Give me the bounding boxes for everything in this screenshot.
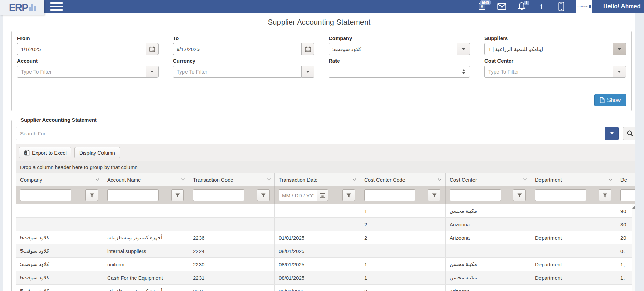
filter-funnel-button-department[interactable] <box>599 189 611 201</box>
top-navbar: A ENG 1 i CLOUDSOFT Hello! Ahmed <box>0 0 644 13</box>
cell-transaction_date <box>275 218 360 231</box>
table-row[interactable]: 2Arizoona30 <box>16 218 635 231</box>
filter-input-cost_center_code[interactable] <box>364 189 415 201</box>
cell-cost_center: مكينة محسن <box>446 271 531 284</box>
cell-account_name: Cash For the Equipment <box>103 271 189 284</box>
filter-input-company[interactable] <box>20 189 71 201</box>
cost-center-dropdown-icon[interactable] <box>613 66 626 78</box>
to-calendar-icon[interactable] <box>301 43 314 55</box>
search-dropdown-button[interactable] <box>605 127 619 140</box>
mail-icon[interactable] <box>497 2 507 11</box>
column-header-cost_center[interactable]: Cost Center <box>446 173 531 186</box>
filter-input-transaction_date[interactable] <box>279 189 317 201</box>
info-icon[interactable]: i <box>537 2 546 11</box>
field-to: To <box>173 35 314 55</box>
account-dropdown-icon[interactable] <box>146 66 159 78</box>
app-logo[interactable]: ERP <box>0 0 44 15</box>
filter-funnel-button-cost_center[interactable] <box>513 189 526 201</box>
from-date-input[interactable] <box>17 43 146 55</box>
filter-cell-transaction_date <box>275 186 360 204</box>
filter-input-transaction_code[interactable] <box>193 189 244 201</box>
filter-funnel-button-account_name[interactable] <box>171 189 184 201</box>
column-header-debit[interactable]: De <box>616 173 635 186</box>
field-currency: Currency <box>173 57 314 78</box>
field-suppliers: Suppliers <box>484 35 626 55</box>
export-to-excel-button[interactable]: x Export to Excel <box>19 147 71 158</box>
table-row[interactable]: كلاود سوفت5internal suppliers222408/01/2… <box>16 244 635 258</box>
cell-transaction_date: 08/01/2025 <box>275 258 360 271</box>
cell-transaction_code: 2246 <box>189 285 275 291</box>
excel-icon: x <box>24 150 30 156</box>
column-header-company[interactable]: Company <box>16 173 103 186</box>
company-label: Company <box>329 35 470 41</box>
cell-transaction_code: 2236 <box>189 231 275 244</box>
currency-dropdown-icon[interactable] <box>301 66 314 78</box>
filter-funnel-button-company[interactable] <box>85 189 98 201</box>
field-rate: Rate <box>329 57 470 78</box>
column-header-department[interactable]: Department <box>531 173 616 186</box>
table-row[interactable]: كلاود سوفت5أجهزة كمبيوتر ومستلزماته22460… <box>16 285 635 291</box>
table-row[interactable]: كلاود سوفت5أجهزة كمبيوتر ومستلزماته22360… <box>16 231 635 244</box>
filter-funnel-button-transaction_date[interactable] <box>342 189 355 201</box>
cell-cost_center: مكينة محسن <box>446 204 531 217</box>
mini-logo-square <box>589 5 591 8</box>
filter-input-debit[interactable] <box>620 189 635 201</box>
filter-funnel-icon <box>346 193 351 198</box>
table-row[interactable]: كلاود سوفت5uniform223008/01/20251مكينة م… <box>16 258 635 271</box>
rate-spinner[interactable] <box>457 66 470 78</box>
cell-transaction_code: 2224 <box>189 244 275 257</box>
rate-input[interactable] <box>329 66 457 78</box>
company-dropdown-icon[interactable] <box>457 43 470 55</box>
cell-cost_center <box>446 244 531 257</box>
filter-calendar-button[interactable] <box>317 189 328 201</box>
filter-cell-department <box>531 186 616 204</box>
logo-bars-icon <box>29 4 36 11</box>
filter-funnel-button-transaction_code[interactable] <box>257 189 270 201</box>
column-header-cost_center_code[interactable]: Cost Center Code <box>360 173 446 186</box>
filter-input-department[interactable] <box>535 189 586 201</box>
company-combobox[interactable] <box>329 43 457 55</box>
filter-cell-cost_center <box>446 186 531 204</box>
menu-icon[interactable] <box>50 0 63 13</box>
suppliers-label: Suppliers <box>484 35 626 41</box>
cell-account_name: أجهزة كمبيوتر ومستلزماته <box>103 231 189 244</box>
suppliers-dropdown-icon[interactable] <box>613 43 626 55</box>
cell-cost_center_code: 2 <box>360 231 446 244</box>
cell-account_name <box>103 204 189 217</box>
field-account: Account <box>17 57 159 78</box>
show-button[interactable]: Show <box>594 94 626 106</box>
table-row[interactable]: كلاود سوفت5Cash For the Equipment223108/… <box>16 271 635 285</box>
cell-account_name <box>103 218 189 231</box>
display-column-button[interactable]: Display Column <box>74 147 120 158</box>
suppliers-combobox[interactable] <box>484 43 613 55</box>
account-combobox[interactable] <box>17 66 146 78</box>
filter-funnel-button-cost_center_code[interactable] <box>428 189 440 201</box>
from-calendar-icon[interactable] <box>146 43 159 55</box>
currency-combobox[interactable] <box>173 66 301 78</box>
group-by-drop-zone[interactable]: Drop a column header here to group by th… <box>16 161 635 173</box>
column-header-transaction_code[interactable]: Transaction Code <box>189 173 275 186</box>
mobile-phone-icon[interactable] <box>557 2 566 11</box>
search-button[interactable] <box>623 127 635 140</box>
scroll-up-arrow-icon[interactable] <box>632 206 635 209</box>
cell-cost_center: Arizoona <box>446 218 531 231</box>
currency-label: Currency <box>173 58 314 64</box>
table-row[interactable]: 1مكينة محسن90 <box>16 204 635 218</box>
user-greeting[interactable]: Hello! Ahmed <box>603 3 641 10</box>
column-header-account_name[interactable]: Account Name <box>103 173 189 186</box>
search-input[interactable] <box>16 127 605 140</box>
notifications-bell-icon[interactable]: 1 <box>517 2 526 11</box>
vertical-scrollbar[interactable] <box>632 204 635 291</box>
grid-body: 1مكينة محسن902Arizoona30كلاود سوفت5أجهزة… <box>16 204 635 291</box>
filter-input-cost_center[interactable] <box>450 189 501 201</box>
chevron-down-icon <box>523 178 527 181</box>
field-company: Company <box>329 35 470 55</box>
to-date-input[interactable] <box>173 43 301 55</box>
cell-transaction_date: 08/01/2025 <box>275 244 360 257</box>
filter-input-account_name[interactable] <box>107 189 159 201</box>
cell-department <box>531 244 616 257</box>
language-icon[interactable]: A ENG <box>477 2 487 11</box>
cost-center-combobox[interactable] <box>484 66 613 78</box>
cell-transaction_code: 2231 <box>189 271 275 284</box>
column-header-transaction_date[interactable]: Transaction Date <box>275 173 360 186</box>
